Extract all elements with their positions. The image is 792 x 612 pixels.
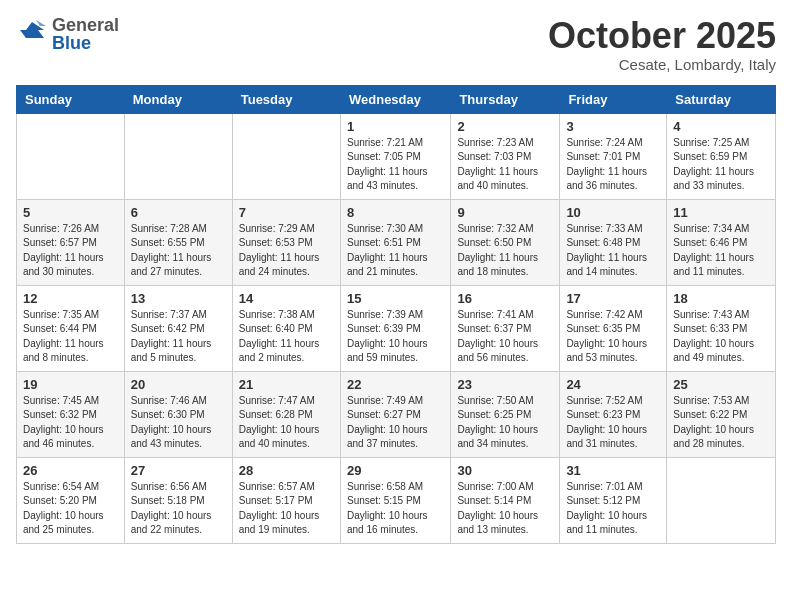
day-info: Sunrise: 7:30 AM Sunset: 6:51 PM Dayligh… bbox=[347, 222, 444, 280]
calendar-cell: 31Sunrise: 7:01 AM Sunset: 5:12 PM Dayli… bbox=[560, 457, 667, 543]
calendar-week-4: 19Sunrise: 7:45 AM Sunset: 6:32 PM Dayli… bbox=[17, 371, 776, 457]
day-number: 8 bbox=[347, 205, 444, 220]
day-info: Sunrise: 7:50 AM Sunset: 6:25 PM Dayligh… bbox=[457, 394, 553, 452]
day-info: Sunrise: 7:43 AM Sunset: 6:33 PM Dayligh… bbox=[673, 308, 769, 366]
day-number: 17 bbox=[566, 291, 660, 306]
calendar-header-row: Sunday Monday Tuesday Wednesday Thursday… bbox=[17, 85, 776, 113]
day-info: Sunrise: 7:25 AM Sunset: 6:59 PM Dayligh… bbox=[673, 136, 769, 194]
day-info: Sunrise: 7:28 AM Sunset: 6:55 PM Dayligh… bbox=[131, 222, 226, 280]
day-number: 28 bbox=[239, 463, 334, 478]
calendar-cell: 26Sunrise: 6:54 AM Sunset: 5:20 PM Dayli… bbox=[17, 457, 125, 543]
day-info: Sunrise: 7:52 AM Sunset: 6:23 PM Dayligh… bbox=[566, 394, 660, 452]
col-tuesday: Tuesday bbox=[232, 85, 340, 113]
day-number: 27 bbox=[131, 463, 226, 478]
calendar-cell: 11Sunrise: 7:34 AM Sunset: 6:46 PM Dayli… bbox=[667, 199, 776, 285]
day-info: Sunrise: 7:00 AM Sunset: 5:14 PM Dayligh… bbox=[457, 480, 553, 538]
day-number: 23 bbox=[457, 377, 553, 392]
calendar-cell: 14Sunrise: 7:38 AM Sunset: 6:40 PM Dayli… bbox=[232, 285, 340, 371]
day-number: 7 bbox=[239, 205, 334, 220]
col-monday: Monday bbox=[124, 85, 232, 113]
day-info: Sunrise: 6:54 AM Sunset: 5:20 PM Dayligh… bbox=[23, 480, 118, 538]
col-sunday: Sunday bbox=[17, 85, 125, 113]
day-info: Sunrise: 7:37 AM Sunset: 6:42 PM Dayligh… bbox=[131, 308, 226, 366]
calendar-cell: 13Sunrise: 7:37 AM Sunset: 6:42 PM Dayli… bbox=[124, 285, 232, 371]
calendar-cell: 2Sunrise: 7:23 AM Sunset: 7:03 PM Daylig… bbox=[451, 113, 560, 199]
calendar-week-3: 12Sunrise: 7:35 AM Sunset: 6:44 PM Dayli… bbox=[17, 285, 776, 371]
page-header: General Blue October 2025 Cesate, Lombar… bbox=[16, 16, 776, 73]
day-number: 13 bbox=[131, 291, 226, 306]
calendar-cell: 1Sunrise: 7:21 AM Sunset: 7:05 PM Daylig… bbox=[340, 113, 450, 199]
day-info: Sunrise: 7:34 AM Sunset: 6:46 PM Dayligh… bbox=[673, 222, 769, 280]
day-number: 31 bbox=[566, 463, 660, 478]
location-title: Cesate, Lombardy, Italy bbox=[548, 56, 776, 73]
calendar-cell: 9Sunrise: 7:32 AM Sunset: 6:50 PM Daylig… bbox=[451, 199, 560, 285]
day-number: 21 bbox=[239, 377, 334, 392]
day-number: 6 bbox=[131, 205, 226, 220]
calendar-week-1: 1Sunrise: 7:21 AM Sunset: 7:05 PM Daylig… bbox=[17, 113, 776, 199]
calendar-week-2: 5Sunrise: 7:26 AM Sunset: 6:57 PM Daylig… bbox=[17, 199, 776, 285]
col-saturday: Saturday bbox=[667, 85, 776, 113]
col-friday: Friday bbox=[560, 85, 667, 113]
day-number: 16 bbox=[457, 291, 553, 306]
logo-name: General Blue bbox=[52, 16, 119, 52]
day-info: Sunrise: 7:42 AM Sunset: 6:35 PM Dayligh… bbox=[566, 308, 660, 366]
calendar-cell: 3Sunrise: 7:24 AM Sunset: 7:01 PM Daylig… bbox=[560, 113, 667, 199]
svg-marker-1 bbox=[36, 20, 46, 26]
calendar-cell: 20Sunrise: 7:46 AM Sunset: 6:30 PM Dayli… bbox=[124, 371, 232, 457]
day-info: Sunrise: 7:41 AM Sunset: 6:37 PM Dayligh… bbox=[457, 308, 553, 366]
calendar-cell: 24Sunrise: 7:52 AM Sunset: 6:23 PM Dayli… bbox=[560, 371, 667, 457]
calendar-cell bbox=[17, 113, 125, 199]
calendar-cell: 27Sunrise: 6:56 AM Sunset: 5:18 PM Dayli… bbox=[124, 457, 232, 543]
logo: General Blue bbox=[16, 16, 119, 52]
calendar-cell: 17Sunrise: 7:42 AM Sunset: 6:35 PM Dayli… bbox=[560, 285, 667, 371]
col-thursday: Thursday bbox=[451, 85, 560, 113]
calendar-cell: 15Sunrise: 7:39 AM Sunset: 6:39 PM Dayli… bbox=[340, 285, 450, 371]
day-number: 20 bbox=[131, 377, 226, 392]
day-info: Sunrise: 7:29 AM Sunset: 6:53 PM Dayligh… bbox=[239, 222, 334, 280]
calendar-cell: 8Sunrise: 7:30 AM Sunset: 6:51 PM Daylig… bbox=[340, 199, 450, 285]
logo-blue-text: Blue bbox=[52, 34, 119, 52]
calendar-week-5: 26Sunrise: 6:54 AM Sunset: 5:20 PM Dayli… bbox=[17, 457, 776, 543]
day-info: Sunrise: 7:23 AM Sunset: 7:03 PM Dayligh… bbox=[457, 136, 553, 194]
calendar-cell bbox=[667, 457, 776, 543]
day-info: Sunrise: 7:45 AM Sunset: 6:32 PM Dayligh… bbox=[23, 394, 118, 452]
day-number: 12 bbox=[23, 291, 118, 306]
day-info: Sunrise: 7:33 AM Sunset: 6:48 PM Dayligh… bbox=[566, 222, 660, 280]
calendar-cell: 7Sunrise: 7:29 AM Sunset: 6:53 PM Daylig… bbox=[232, 199, 340, 285]
logo-icon bbox=[16, 16, 48, 48]
col-wednesday: Wednesday bbox=[340, 85, 450, 113]
day-info: Sunrise: 7:35 AM Sunset: 6:44 PM Dayligh… bbox=[23, 308, 118, 366]
day-number: 26 bbox=[23, 463, 118, 478]
day-number: 5 bbox=[23, 205, 118, 220]
logo-general-text: General bbox=[52, 16, 119, 34]
day-number: 2 bbox=[457, 119, 553, 134]
day-number: 25 bbox=[673, 377, 769, 392]
day-info: Sunrise: 7:32 AM Sunset: 6:50 PM Dayligh… bbox=[457, 222, 553, 280]
day-info: Sunrise: 7:01 AM Sunset: 5:12 PM Dayligh… bbox=[566, 480, 660, 538]
day-info: Sunrise: 7:53 AM Sunset: 6:22 PM Dayligh… bbox=[673, 394, 769, 452]
day-number: 1 bbox=[347, 119, 444, 134]
day-info: Sunrise: 6:58 AM Sunset: 5:15 PM Dayligh… bbox=[347, 480, 444, 538]
day-info: Sunrise: 6:56 AM Sunset: 5:18 PM Dayligh… bbox=[131, 480, 226, 538]
day-number: 15 bbox=[347, 291, 444, 306]
day-info: Sunrise: 6:57 AM Sunset: 5:17 PM Dayligh… bbox=[239, 480, 334, 538]
calendar-cell: 4Sunrise: 7:25 AM Sunset: 6:59 PM Daylig… bbox=[667, 113, 776, 199]
day-info: Sunrise: 7:38 AM Sunset: 6:40 PM Dayligh… bbox=[239, 308, 334, 366]
calendar-cell: 12Sunrise: 7:35 AM Sunset: 6:44 PM Dayli… bbox=[17, 285, 125, 371]
day-number: 19 bbox=[23, 377, 118, 392]
calendar-cell: 21Sunrise: 7:47 AM Sunset: 6:28 PM Dayli… bbox=[232, 371, 340, 457]
day-number: 9 bbox=[457, 205, 553, 220]
calendar-cell: 6Sunrise: 7:28 AM Sunset: 6:55 PM Daylig… bbox=[124, 199, 232, 285]
day-info: Sunrise: 7:26 AM Sunset: 6:57 PM Dayligh… bbox=[23, 222, 118, 280]
calendar-cell: 22Sunrise: 7:49 AM Sunset: 6:27 PM Dayli… bbox=[340, 371, 450, 457]
day-number: 24 bbox=[566, 377, 660, 392]
calendar-cell: 23Sunrise: 7:50 AM Sunset: 6:25 PM Dayli… bbox=[451, 371, 560, 457]
day-number: 30 bbox=[457, 463, 553, 478]
calendar-cell: 10Sunrise: 7:33 AM Sunset: 6:48 PM Dayli… bbox=[560, 199, 667, 285]
day-number: 22 bbox=[347, 377, 444, 392]
calendar-cell: 28Sunrise: 6:57 AM Sunset: 5:17 PM Dayli… bbox=[232, 457, 340, 543]
calendar-cell: 5Sunrise: 7:26 AM Sunset: 6:57 PM Daylig… bbox=[17, 199, 125, 285]
day-number: 11 bbox=[673, 205, 769, 220]
calendar-cell: 19Sunrise: 7:45 AM Sunset: 6:32 PM Dayli… bbox=[17, 371, 125, 457]
day-info: Sunrise: 7:39 AM Sunset: 6:39 PM Dayligh… bbox=[347, 308, 444, 366]
